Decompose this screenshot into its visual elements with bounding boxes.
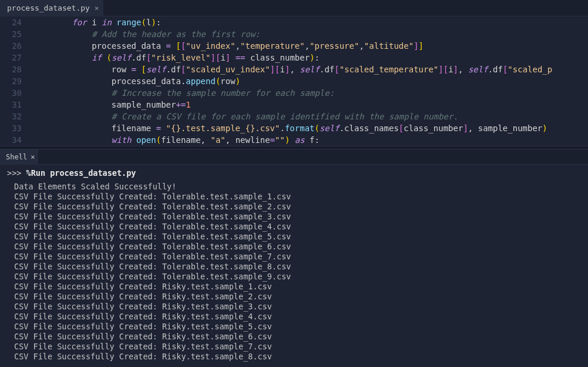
- code-line[interactable]: 28 row = [self.df["scaled_uv_index"][i],…: [0, 64, 588, 75]
- code-line[interactable]: 29 processed_data.append(row): [0, 75, 588, 87]
- code-content[interactable]: for i in range(l):: [32, 16, 588, 28]
- shell-output-line: CSV File Successfully Created: Risky.tes…: [7, 282, 581, 292]
- line-number: 33: [0, 122, 32, 134]
- code-line[interactable]: 30 # Increase the sample number for each…: [0, 87, 588, 99]
- shell-pane: Shell × >>> %Run process_dataset.py Data…: [0, 149, 588, 367]
- shell-output-line: CSV File Successfully Created: Tolerable…: [7, 192, 581, 202]
- editor-tab-label: process_dataset.py: [7, 4, 90, 12]
- code-line[interactable]: 33 filename = "{}.test.sample_{}.csv".fo…: [0, 122, 588, 134]
- shell-output-line: CSV File Successfully Created: Tolerable…: [7, 272, 581, 282]
- line-number: 27: [0, 52, 32, 64]
- line-number: 25: [0, 28, 32, 40]
- code-content[interactable]: row = [self.df["scaled_uv_index"][i], se…: [32, 64, 588, 75]
- code-line[interactable]: 25 # Add the header as the first row:: [0, 28, 588, 40]
- shell-output-line: CSV File Successfully Created: Tolerable…: [7, 232, 581, 242]
- shell-prompt: >>>: [7, 168, 21, 178]
- code-content[interactable]: filename = "{}.test.sample_{}.csv".forma…: [32, 122, 588, 134]
- code-content[interactable]: # Create a CSV file for each sample iden…: [32, 111, 588, 122]
- line-number: 26: [0, 40, 32, 52]
- code-line[interactable]: 26 processed_data = [["uv_index","temper…: [0, 40, 588, 52]
- shell-body[interactable]: >>> %Run process_dataset.py Data Element…: [0, 165, 588, 365]
- shell-tab-label: Shell: [6, 153, 27, 161]
- code-content[interactable]: with open(filename, "a", newline="") as …: [32, 134, 588, 146]
- line-number: 30: [0, 87, 32, 99]
- shell-output-line: CSV File Successfully Created: Tolerable…: [7, 252, 581, 262]
- editor-tab[interactable]: process_dataset.py ×: [0, 0, 103, 16]
- code-editor[interactable]: 24 for i in range(l):25 # Add the header…: [0, 16, 588, 146]
- shell-output-line: CSV File Successfully Created: Tolerable…: [7, 202, 581, 212]
- code-content[interactable]: # Increase the sample number for each sa…: [32, 87, 588, 99]
- code-content[interactable]: # Add the header as the first row:: [32, 28, 588, 40]
- shell-output-line: CSV File Successfully Created: Tolerable…: [7, 262, 581, 272]
- shell-output: Data Elements Scaled Successfully!CSV Fi…: [7, 182, 581, 362]
- code-content[interactable]: sample_number+=1: [32, 99, 588, 111]
- code-content[interactable]: if (self.df["risk_level"][i] == class_nu…: [32, 52, 588, 64]
- shell-command-line: >>> %Run process_dataset.py: [7, 168, 581, 178]
- shell-output-line: CSV File Successfully Created: Tolerable…: [7, 222, 581, 232]
- line-number: 29: [0, 75, 32, 87]
- code-content[interactable]: processed_data.append(row): [32, 75, 588, 87]
- editor-tab-bar: process_dataset.py ×: [0, 0, 588, 16]
- shell-output-line: CSV File Successfully Created: Risky.tes…: [7, 342, 581, 352]
- shell-command: %Run process_dataset.py: [26, 168, 136, 178]
- line-number: 32: [0, 111, 32, 122]
- line-number: 28: [0, 64, 32, 75]
- shell-output-line: CSV File Successfully Created: Tolerable…: [7, 212, 581, 222]
- close-icon[interactable]: ×: [31, 153, 35, 161]
- code-line[interactable]: 27 if (self.df["risk_level"][i] == class…: [0, 52, 588, 64]
- shell-output-line: Data Elements Scaled Successfully!: [7, 182, 581, 192]
- shell-output-line: CSV File Successfully Created: Risky.tes…: [7, 322, 581, 332]
- shell-output-line: CSV File Successfully Created: Risky.tes…: [7, 332, 581, 342]
- line-number: 31: [0, 99, 32, 111]
- code-line[interactable]: 34 with open(filename, "a", newline="") …: [0, 134, 588, 146]
- line-number: 24: [0, 16, 32, 28]
- shell-output-line: CSV File Successfully Created: Risky.tes…: [7, 292, 581, 302]
- code-line[interactable]: 31 sample_number+=1: [0, 99, 588, 111]
- shell-output-line: CSV File Successfully Created: Tolerable…: [7, 242, 581, 252]
- code-content[interactable]: processed_data = [["uv_index","temperatu…: [32, 40, 588, 52]
- shell-output-line: CSV File Successfully Created: Risky.tes…: [7, 352, 581, 362]
- close-icon[interactable]: ×: [95, 4, 99, 12]
- code-line[interactable]: 32 # Create a CSV file for each sample i…: [0, 111, 588, 122]
- shell-tab[interactable]: Shell ×: [0, 149, 38, 165]
- code-line[interactable]: 24 for i in range(l):: [0, 16, 588, 28]
- line-number: 34: [0, 134, 32, 146]
- shell-tab-bar: Shell ×: [0, 149, 588, 165]
- shell-output-line: CSV File Successfully Created: Risky.tes…: [7, 302, 581, 312]
- shell-output-line: CSV File Successfully Created: Risky.tes…: [7, 312, 581, 322]
